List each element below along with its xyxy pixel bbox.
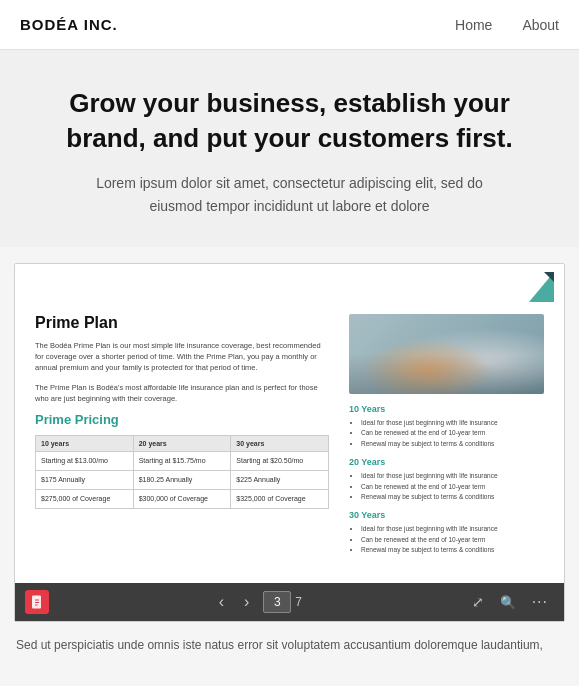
pdf-image-inner [349,314,544,394]
year-section-20: 20 Years Ideal for those just beginning … [349,457,544,502]
home-link[interactable]: Home [455,17,492,33]
plan-desc-2: The Prime Plan is Bodéa's most affordabl… [35,382,329,405]
year-bullets-20: Ideal for those just beginning with life… [349,471,544,502]
year-label-20: 20 Years [349,457,544,467]
bullet-item: Can be renewed at the end of 10-year ter… [361,428,544,438]
table-cell: Starting at $20.50/mo [231,452,329,471]
toolbar-right: ⤢ 🔍 ··· [466,590,554,614]
nav-links: Home About [455,17,559,33]
year-label-30: 30 Years [349,510,544,520]
year-section-10: 10 Years Ideal for those just beginning … [349,404,544,449]
table-cell: $175 Annually [36,471,134,490]
hero-title: Grow your business, establish your brand… [40,86,539,156]
pricing-table: 10 years 20 years 30 years Starting at $… [35,435,329,508]
footer-text: Sed ut perspiciatis unde omnis iste natu… [0,622,579,664]
pdf-toolbar: ‹ › 7 ⤢ 🔍 ··· [15,583,564,621]
year-bullets-10: Ideal for those just beginning with life… [349,418,544,449]
table-header-20yr: 20 years [133,436,231,452]
footer-paragraph: Sed ut perspiciatis unde omnis iste natu… [16,638,543,652]
year-bullets-30: Ideal for those just beginning with life… [349,524,544,555]
table-cell: $225 Annually [231,471,329,490]
plan-desc-1: The Bodéa Prime Plan is our most simple … [35,340,329,374]
page-input-group: 7 [263,591,302,613]
more-options-button[interactable]: ··· [526,590,554,614]
table-row: $275,000 of Coverage $300,000 of Coverag… [36,489,329,508]
hero-section: Grow your business, establish your brand… [0,50,579,247]
pdf-right-panel: 10 Years Ideal for those just beginning … [349,314,544,564]
table-cell: $275,000 of Coverage [36,489,134,508]
table-header-30yr: 30 years [231,436,329,452]
bullet-item: Renewal may be subject to terms & condit… [361,492,544,502]
pdf-page-content: Prime Plan The Bodéa Prime Plan is our m… [15,304,564,584]
total-pages: 7 [295,595,302,609]
pdf-left-panel: Prime Plan The Bodéa Prime Plan is our m… [35,314,329,564]
prev-page-button[interactable]: ‹ [213,590,230,614]
next-page-button[interactable]: › [238,590,255,614]
bullet-item: Ideal for those just beginning with life… [361,524,544,534]
table-cell: $180.25 Annually [133,471,231,490]
bullet-item: Ideal for those just beginning with life… [361,471,544,481]
table-cell: $300,000 of Coverage [133,489,231,508]
bullet-item: Renewal may be subject to terms & condit… [361,545,544,555]
pdf-viewer: Prime Plan The Bodéa Prime Plan is our m… [14,263,565,623]
about-link[interactable]: About [522,17,559,33]
bullet-item: Can be renewed at the end of 10-year ter… [361,482,544,492]
teal-accent-icon [524,272,554,302]
toolbar-left [25,590,49,614]
acrobat-icon [25,590,49,614]
pdf-header [15,264,564,304]
navigation: BODÉA INC. Home About [0,0,579,50]
expand-button[interactable]: ⤢ [466,590,490,614]
bullet-item: Renewal may be subject to terms & condit… [361,439,544,449]
hero-subtitle: Lorem ipsum dolor sit amet, consectetur … [70,172,510,217]
table-cell: $325,000 of Coverage [231,489,329,508]
bullet-item: Ideal for those just beginning with life… [361,418,544,428]
year-section-30: 30 Years Ideal for those just beginning … [349,510,544,555]
plan-title: Prime Plan [35,314,329,332]
table-header-10yr: 10 years [36,436,134,452]
logo: BODÉA INC. [20,16,118,33]
table-row: Starting at $13.00/mo Starting at $15.75… [36,452,329,471]
pricing-title: Prime Pricing [35,412,329,427]
table-cell: Starting at $13.00/mo [36,452,134,471]
table-row: $175 Annually $180.25 Annually $225 Annu… [36,471,329,490]
pdf-image [349,314,544,394]
search-button[interactable]: 🔍 [494,590,522,614]
bullet-item: Can be renewed at the end of 10-year ter… [361,535,544,545]
page-number-input[interactable] [263,591,291,613]
year-label-10: 10 Years [349,404,544,414]
table-cell: Starting at $15.75/mo [133,452,231,471]
